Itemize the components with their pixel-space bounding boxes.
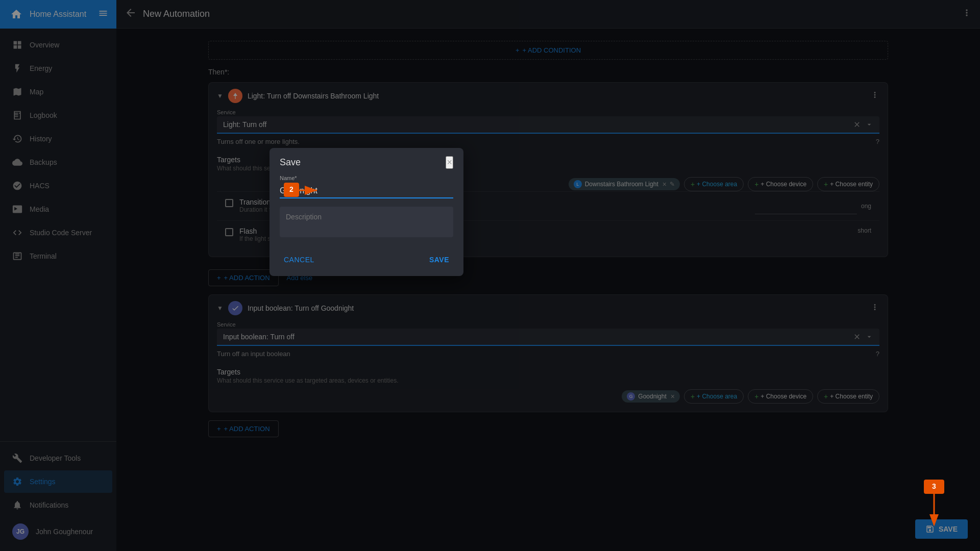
save-dialog-title: Save: [280, 157, 301, 168]
dialog-overlay: [0, 0, 980, 551]
svg-text:3: 3: [932, 482, 936, 490]
save-dialog-close-button[interactable]: ×: [446, 156, 453, 169]
svg-text:2: 2: [289, 185, 293, 193]
step-3-arrow: 3: [919, 480, 949, 541]
save-dialog: Save × Name* Description CANCEL SAVE: [270, 148, 463, 276]
save-dialog-header: Save ×: [270, 148, 463, 175]
step-2-arrow: 2: [284, 178, 325, 203]
description-field[interactable]: Description: [280, 207, 453, 237]
save-dialog-save-button[interactable]: SAVE: [425, 252, 453, 268]
save-dialog-actions: CANCEL SAVE: [270, 247, 463, 276]
cancel-button[interactable]: CANCEL: [280, 252, 318, 268]
